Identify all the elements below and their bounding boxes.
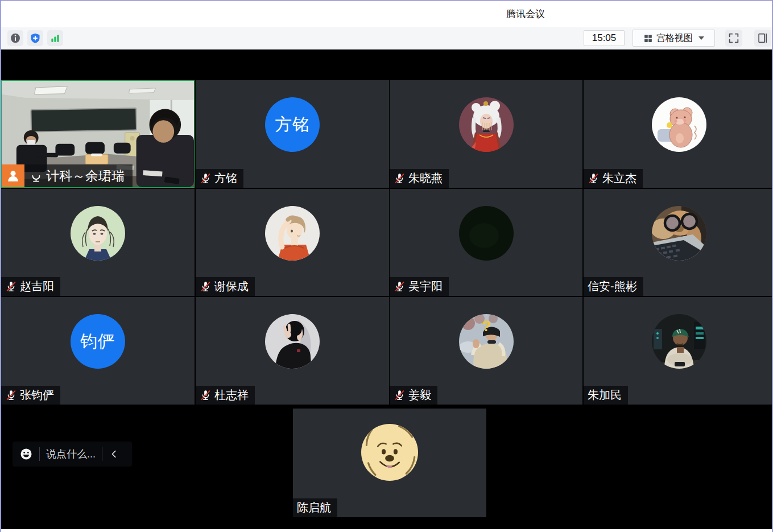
avatar-image: ? [459, 314, 514, 369]
mic-muted-icon [5, 389, 17, 401]
role-badge [2, 164, 24, 187]
app-title: 腾讯会议 [506, 1, 545, 27]
participant-tile[interactable]: 钧俨 张钧俨 [1, 297, 195, 405]
mic-muted-icon [394, 172, 406, 184]
participant-tile[interactable]: 陈启航 [293, 409, 486, 517]
emoji-icon[interactable] [19, 447, 33, 461]
mic-muted-icon [394, 281, 406, 292]
chevron-left-icon[interactable] [110, 449, 119, 459]
avatar-initials: 方铭 [265, 97, 320, 152]
avatar-image [652, 206, 706, 261]
person-icon [6, 168, 20, 183]
meeting-duration: 15:05 [584, 30, 625, 46]
network-quality-button[interactable] [47, 30, 63, 46]
participant-name: 赵吉阳 [20, 279, 54, 294]
participant-name-bar: 赵吉阳 [1, 277, 60, 296]
fullscreen-icon [727, 32, 740, 44]
mic-active-icon [29, 169, 43, 183]
participant-name: 朱立杰 [602, 171, 636, 186]
title-bar: 腾讯会议 [1, 1, 772, 27]
mic-muted-icon [394, 389, 406, 401]
participant-name-bar: 方铭 [196, 169, 243, 188]
participant-name-bar: 朱晓燕 [390, 169, 449, 188]
top-toolbar: 15:05 宫格视图 [1, 27, 772, 50]
participant-name: 杜志祥 [214, 387, 249, 403]
chat-input-placeholder[interactable]: 说点什么... [46, 447, 96, 461]
caret-down-icon [698, 36, 704, 40]
mic-muted-icon [5, 281, 17, 292]
avatar-image [652, 97, 706, 152]
participant-name: 张钧俨 [20, 387, 54, 403]
participant-name: 陈启航 [297, 500, 331, 515]
divider [39, 447, 40, 461]
side-panel-icon [757, 32, 769, 44]
participant-name-bar: 朱加民 [584, 386, 628, 405]
participant-name-bar: 陈启航 [293, 498, 337, 517]
info-icon [10, 32, 21, 44]
participant-tile[interactable]: 吴宇阳 [390, 189, 582, 296]
participant-tile[interactable]: 赵吉阳 [1, 189, 195, 296]
participant-name-bar: 朱立杰 [584, 169, 643, 188]
mic-muted-icon [588, 172, 600, 184]
avatar-image [652, 314, 706, 369]
participant-name: 朱晓燕 [408, 171, 443, 186]
mic-muted-icon [200, 172, 212, 184]
view-mode-dropdown[interactable]: 宫格视图 [633, 30, 715, 47]
participant-name-bar: 杜志祥 [196, 386, 255, 405]
meeting-window: 腾讯会议 [0, 0, 773, 532]
participant-tile[interactable]: 谢保成 [196, 189, 389, 296]
participant-name-bar: 姜毅 [390, 386, 437, 405]
participant-tile-video[interactable]: 计科～余珺瑞 [1, 80, 195, 188]
avatar-image [265, 206, 320, 261]
participant-name: 吴宇阳 [408, 279, 443, 294]
participant-name-bar: 张钧俨 [1, 386, 60, 405]
avatar-image [265, 314, 320, 369]
window-bottom-edge [1, 529, 773, 532]
question-mark-badge: ? [482, 317, 491, 335]
participant-name-bar: 吴宇阳 [390, 277, 449, 296]
participant-tile[interactable]: 方铭 方铭 [196, 80, 389, 188]
avatar-image [459, 206, 514, 261]
chat-quick-bar[interactable]: 说点什么... [13, 442, 132, 467]
meeting-info-button[interactable] [7, 30, 23, 46]
mic-muted-icon [200, 389, 212, 401]
fullscreen-button[interactable] [725, 30, 742, 47]
participant-name: 姜毅 [408, 387, 431, 403]
shield-plus-icon [30, 32, 41, 44]
mic-muted-icon [200, 281, 212, 292]
participant-tile[interactable]: ? 姜毅 [390, 297, 582, 405]
avatar-image [459, 97, 514, 152]
participant-name-bar: 谢保成 [196, 277, 255, 296]
participant-tile[interactable]: 信安-熊彬 [584, 189, 773, 296]
participant-grid: 计科～余珺瑞 方铭 方铭 [1, 50, 772, 529]
avatar-initials-text: 钧俨 [80, 330, 115, 353]
avatar-image [71, 206, 125, 261]
avatar-initials-text: 方铭 [275, 113, 310, 137]
avatar-initials: 钧俨 [71, 314, 125, 369]
grid-view-icon [643, 34, 653, 43]
participant-tile[interactable]: 朱加民 [584, 297, 773, 405]
participant-name: 朱加民 [588, 387, 622, 403]
avatar-image [361, 424, 418, 481]
view-mode-label: 宫格视图 [656, 32, 693, 44]
side-panel-button[interactable] [754, 30, 771, 47]
participant-name: 方铭 [214, 171, 237, 186]
participant-name-bar: 计科～余珺瑞 [24, 164, 133, 187]
divider [102, 447, 102, 461]
participant-name: 信安-熊彬 [588, 279, 637, 294]
participant-tile[interactable]: 朱晓燕 [390, 80, 582, 188]
participant-name: 计科～余珺瑞 [46, 167, 125, 185]
participant-tile[interactable]: 朱立杰 [584, 80, 773, 188]
participant-tile[interactable]: 杜志祥 [196, 297, 389, 405]
signal-bars-icon [49, 32, 61, 44]
participant-name-bar: 信安-熊彬 [584, 277, 643, 296]
participant-name: 谢保成 [214, 279, 249, 294]
security-button[interactable] [27, 30, 43, 46]
